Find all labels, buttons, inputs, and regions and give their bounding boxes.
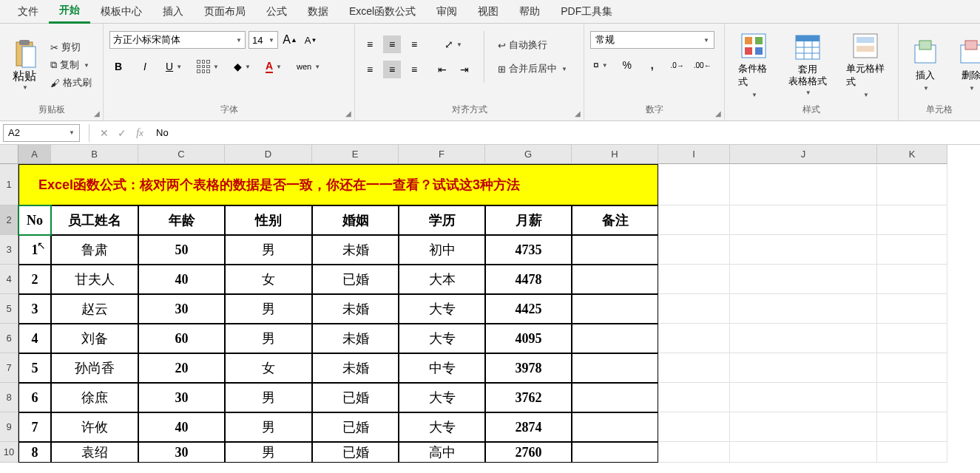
select-all-corner[interactable]	[0, 145, 18, 164]
font-color-button[interactable]: A▼	[263, 58, 285, 75]
data-cell[interactable]	[572, 265, 658, 294]
cell[interactable]	[877, 324, 947, 353]
data-cell[interactable]: 初中	[399, 235, 485, 265]
col-header-F[interactable]: F	[399, 145, 485, 164]
cell[interactable]	[658, 442, 730, 463]
orientation-button[interactable]: ⤢▼	[433, 35, 473, 53]
cell[interactable]	[877, 353, 947, 383]
col-header-I[interactable]: I	[658, 145, 730, 164]
italic-button[interactable]: I	[136, 58, 154, 75]
data-cell[interactable]: 5	[18, 353, 51, 383]
dialog-launcher-icon[interactable]: ◢	[94, 109, 100, 118]
row-header-2[interactable]: 2	[0, 205, 18, 235]
data-cell[interactable]: 4735	[485, 235, 572, 265]
row-header-4[interactable]: 4	[0, 265, 18, 294]
cell[interactable]	[658, 324, 730, 353]
menu-item-数据[interactable]: 数据	[297, 1, 339, 23]
data-cell[interactable]: 4425	[485, 294, 572, 324]
menu-item-PDF工具集[interactable]: PDF工具集	[550, 1, 623, 23]
data-cell[interactable]: 大专	[399, 412, 485, 442]
data-cell[interactable]: 30	[138, 383, 225, 412]
data-cell[interactable]: 女	[225, 265, 312, 294]
row-header-8[interactable]: 8	[0, 383, 18, 412]
currency-button[interactable]: ¤▼	[590, 56, 611, 74]
data-cell[interactable]: 8	[18, 442, 51, 463]
data-cell[interactable]: 已婚	[312, 412, 399, 442]
data-cell[interactable]	[572, 383, 658, 412]
enter-button[interactable]: ✓	[113, 124, 131, 142]
data-cell[interactable]: 3762	[485, 383, 572, 412]
comma-button[interactable]: ,	[643, 56, 661, 74]
conditional-format-button[interactable]: 条件格式▼	[731, 30, 777, 101]
data-cell[interactable]: 7	[18, 412, 51, 442]
data-cell[interactable]: 甘夫人	[51, 265, 138, 294]
col-header-J[interactable]: J	[730, 145, 877, 164]
cell[interactable]	[877, 383, 947, 412]
bold-button[interactable]: B	[109, 58, 127, 75]
cell[interactable]	[877, 412, 947, 442]
data-cell[interactable]: 徐庶	[51, 383, 138, 412]
wen-button[interactable]: wen▼	[294, 58, 323, 75]
table-format-button[interactable]: 套用 表格格式▼	[781, 31, 834, 99]
cell[interactable]	[658, 383, 730, 412]
percent-button[interactable]: %	[618, 56, 636, 74]
header-cell[interactable]: No	[18, 205, 51, 235]
row-header-5[interactable]: 5	[0, 294, 18, 324]
cell[interactable]	[658, 412, 730, 442]
title-cell[interactable]: Excel函数公式：核对两个表格的数据是否一致，你还在一一查看？试试这3种方法	[18, 164, 658, 205]
row-header-3[interactable]: 3	[0, 235, 18, 265]
data-cell[interactable]: 4478	[485, 265, 572, 294]
menu-item-模板中心[interactable]: 模板中心	[90, 1, 152, 23]
fill-color-button[interactable]: ◆▼	[231, 58, 254, 75]
data-cell[interactable]: 3978	[485, 353, 572, 383]
data-cell[interactable]: 大专	[399, 294, 485, 324]
cell[interactable]	[730, 324, 877, 353]
format-painter-button[interactable]: 🖌格式刷	[47, 75, 95, 91]
dialog-launcher-icon[interactable]: ◢	[345, 109, 351, 118]
cell-styles-button[interactable]: 单元格样式▼	[839, 30, 892, 101]
cut-button[interactable]: ✂剪切	[47, 39, 95, 55]
align-center-button[interactable]: ≡	[383, 61, 401, 78]
data-cell[interactable]: 已婚	[312, 265, 399, 294]
align-left-button[interactable]: ≡	[361, 61, 379, 78]
row-header-10[interactable]: 10	[0, 442, 18, 463]
row-header-1[interactable]: 1	[0, 164, 18, 205]
data-cell[interactable]: 1	[18, 235, 51, 265]
increase-decimal-button[interactable]: .0→	[669, 56, 686, 74]
cell[interactable]	[658, 353, 730, 383]
underline-button[interactable]: U▼	[163, 58, 185, 75]
col-header-A[interactable]: A	[18, 145, 51, 164]
menu-item-公式[interactable]: 公式	[256, 1, 297, 23]
menu-item-帮助[interactable]: 帮助	[509, 1, 550, 23]
data-cell[interactable]: 男	[225, 442, 312, 463]
col-header-H[interactable]: H	[572, 145, 658, 164]
merge-center-button[interactable]: ⊞合并后居中▼	[495, 61, 570, 77]
cell[interactable]	[730, 265, 877, 294]
row-header-7[interactable]: 7	[0, 353, 18, 383]
cell[interactable]	[658, 235, 730, 265]
align-right-button[interactable]: ≡	[405, 61, 423, 78]
increase-font-button[interactable]: A▲	[281, 31, 299, 49]
data-cell[interactable]: 男	[225, 412, 312, 442]
data-cell[interactable]	[572, 442, 658, 463]
cell[interactable]	[877, 205, 947, 235]
data-cell[interactable]: 2874	[485, 412, 572, 442]
data-cell[interactable]	[572, 294, 658, 324]
borders-button[interactable]: ▼	[194, 58, 222, 75]
menu-item-开始[interactable]: 开始	[49, 0, 90, 24]
data-cell[interactable]: 未婚	[312, 235, 399, 265]
menu-item-页面布局[interactable]: 页面布局	[194, 1, 256, 23]
data-cell[interactable]: 袁绍	[51, 442, 138, 463]
header-cell[interactable]: 月薪	[485, 205, 572, 235]
copy-button[interactable]: ⧉复制▼	[47, 57, 95, 73]
cell[interactable]	[730, 294, 877, 324]
data-cell[interactable]: 赵云	[51, 294, 138, 324]
cancel-button[interactable]: ✕	[95, 124, 113, 142]
data-cell[interactable]: 高中	[399, 442, 485, 463]
data-cell[interactable]: 30	[138, 442, 225, 463]
col-header-G[interactable]: G	[485, 145, 572, 164]
data-cell[interactable]: 中专	[399, 353, 485, 383]
align-top-button[interactable]: ≡	[361, 35, 379, 53]
cell[interactable]	[877, 265, 947, 294]
data-cell[interactable]: 4	[18, 324, 51, 353]
